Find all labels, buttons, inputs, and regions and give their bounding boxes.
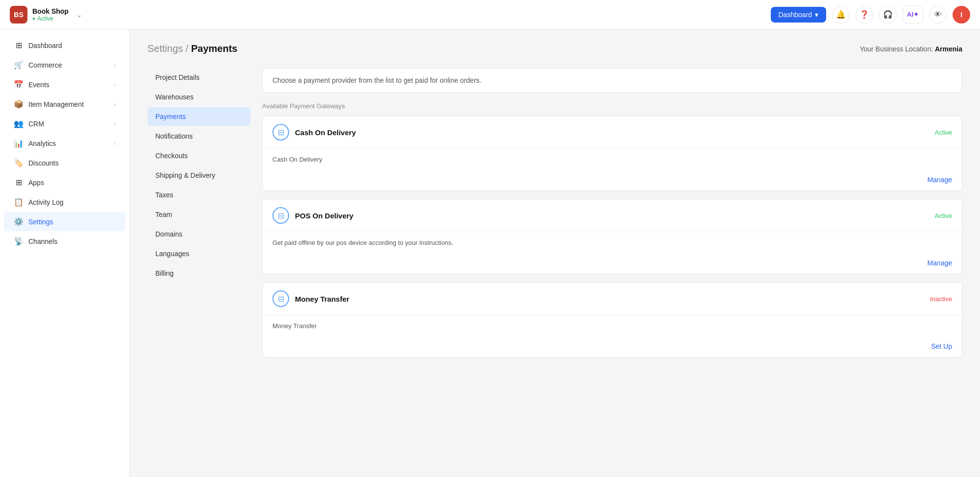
settings-nav-domains[interactable]: Domains <box>147 225 250 243</box>
gateway-header-pos-on-delivery: ⊟ POS On Delivery Active <box>263 199 962 232</box>
main-content: Settings / Payments Your Business Locati… <box>130 29 980 477</box>
gateway-name-pos-on-delivery: POS On Delivery <box>295 212 929 220</box>
sidebar-item-label: Channels <box>28 238 116 245</box>
chevron-icon: › <box>114 62 116 68</box>
gateway-footer-money-transfer: Set Up <box>263 340 962 357</box>
shop-name: Book Shop <box>32 7 69 15</box>
sidebar-item-label: Settings <box>28 218 116 226</box>
gateway-icon-money-transfer: ⊟ <box>272 290 289 307</box>
business-location-value: Armenia <box>935 45 962 53</box>
sidebar-item-settings[interactable]: ⚙️ Settings <box>4 212 125 231</box>
chevron-icon: › <box>114 141 116 146</box>
apps-icon: ⊞ <box>14 178 24 187</box>
gateway-card-money-transfer: ⊟ Money Transfer Inactive Money Transfer… <box>262 282 962 358</box>
gateway-body-cash-on-delivery: Cash On Delivery <box>263 149 962 174</box>
analytics-icon: 📊 <box>14 139 24 148</box>
sidebar-item-label: Activity Log <box>28 198 116 206</box>
commerce-icon: 🛒 <box>14 60 24 70</box>
breadcrumb-main: Payments <box>191 43 238 54</box>
page-header: Settings / Payments Your Business Locati… <box>147 43 962 54</box>
sidebar: ⊞ Dashboard 🛒 Commerce › 📅 Events › 📦 It… <box>0 29 130 477</box>
shop-info: Book Shop Active <box>32 7 69 22</box>
sidebar-collapse-icon[interactable]: ⌄ <box>76 11 82 19</box>
preview-icon-button[interactable]: 👁 <box>929 6 947 24</box>
notifications-icon-button[interactable]: 🔔 <box>832 6 850 24</box>
gateway-header-money-transfer: ⊟ Money Transfer Inactive <box>263 283 962 315</box>
breadcrumb-prefix: Settings / <box>147 43 191 54</box>
gateway-card-pos-on-delivery: ⊟ POS On Delivery Active Get paid offlin… <box>262 199 962 274</box>
settings-nav-taxes[interactable]: Taxes <box>147 186 250 204</box>
sidebar-item-label: Apps <box>28 179 116 187</box>
content-panel: Choose a payment provider from the list … <box>262 68 962 365</box>
user-avatar-button[interactable]: I <box>953 6 970 24</box>
sidebar-item-label: Commerce <box>28 61 109 69</box>
dashboard-button[interactable]: Dashboard ▾ <box>771 7 827 23</box>
gateway-header-cash-on-delivery: ⊟ Cash On Delivery Active <box>263 116 962 149</box>
gateway-status-money-transfer: Inactive <box>930 295 952 303</box>
sidebar-item-label: Analytics <box>28 140 109 147</box>
sidebar-item-label: Discounts <box>28 159 116 167</box>
sidebar-item-activity-log[interactable]: 📋 Activity Log <box>4 192 125 212</box>
settings-nav-checkouts[interactable]: Checkouts <box>147 146 250 165</box>
sidebar-item-commerce[interactable]: 🛒 Commerce › <box>4 55 125 74</box>
gateway-desc-money-transfer: Money Transfer <box>272 322 952 330</box>
gateway-name-money-transfer: Money Transfer <box>295 295 924 303</box>
sidebar-item-channels[interactable]: 📡 Channels <box>4 232 125 251</box>
section-label: Available Payment Gateways <box>262 102 962 110</box>
sidebar-item-apps[interactable]: ⊞ Apps <box>4 173 125 192</box>
business-location-label: Your Business Location: <box>859 45 933 53</box>
gateway-action-cash-on-delivery[interactable]: Manage <box>927 176 952 184</box>
gateway-footer-pos-on-delivery: Manage <box>263 257 962 274</box>
gateway-desc-cash-on-delivery: Cash On Delivery <box>272 156 952 163</box>
settings-nav-project-details[interactable]: Project Details <box>147 68 250 87</box>
breadcrumb: Settings / Payments <box>147 43 237 54</box>
shop-status: Active <box>32 15 69 22</box>
settings-nav-team[interactable]: Team <box>147 205 250 224</box>
sidebar-item-label: Item Management <box>28 100 109 108</box>
business-location: Your Business Location: Armenia <box>859 45 962 53</box>
settings-nav-billing[interactable]: Billing <box>147 264 250 283</box>
activity-log-icon: 📋 <box>14 197 24 207</box>
settings-layout: Project DetailsWarehousesPaymentsNotific… <box>147 68 962 365</box>
gateway-action-pos-on-delivery[interactable]: Manage <box>927 259 952 267</box>
sidebar-item-discounts[interactable]: 🏷️ Discounts <box>4 153 125 172</box>
headset-icon-button[interactable]: 🎧 <box>879 6 897 24</box>
sidebar-item-analytics[interactable]: 📊 Analytics › <box>4 134 125 153</box>
settings-nav-payments[interactable]: Payments <box>147 107 250 126</box>
sidebar-item-events[interactable]: 📅 Events › <box>4 75 125 94</box>
logo-area: BS Book Shop Active ⌄ <box>10 6 137 24</box>
nav-right: Dashboard ▾ 🔔 ❓ 🎧 AI✦ 👁 I <box>771 6 971 24</box>
settings-nav-warehouses[interactable]: Warehouses <box>147 88 250 106</box>
settings-nav-shipping[interactable]: Shipping & Delivery <box>147 166 250 185</box>
gateways-container: ⊟ Cash On Delivery Active Cash On Delive… <box>262 116 962 358</box>
gateway-body-pos-on-delivery: Get paid offline by our pos device accor… <box>263 232 962 257</box>
gateway-status-cash-on-delivery: Active <box>935 129 952 136</box>
gateway-footer-cash-on-delivery: Manage <box>263 174 962 191</box>
chevron-icon: › <box>114 82 116 88</box>
discounts-icon: 🏷️ <box>14 158 24 167</box>
gateway-icon-cash-on-delivery: ⊟ <box>272 124 289 141</box>
sidebar-item-label: Dashboard <box>28 42 116 49</box>
dashboard-icon: ⊞ <box>14 41 24 50</box>
info-banner: Choose a payment provider from the list … <box>262 68 962 93</box>
settings-icon: ⚙️ <box>14 217 24 226</box>
ai-button[interactable]: AI✦ <box>903 6 923 24</box>
chevron-icon: › <box>114 121 116 127</box>
gateway-icon-pos-on-delivery: ⊟ <box>272 207 289 224</box>
sidebar-item-item-management[interactable]: 📦 Item Management › <box>4 95 125 114</box>
gateway-desc-pos-on-delivery: Get paid offline by our pos device accor… <box>272 239 952 246</box>
gateway-action-money-transfer[interactable]: Set Up <box>931 342 952 350</box>
item-management-icon: 📦 <box>14 99 24 109</box>
settings-nav: Project DetailsWarehousesPaymentsNotific… <box>147 68 250 365</box>
gateway-card-cash-on-delivery: ⊟ Cash On Delivery Active Cash On Delive… <box>262 116 962 191</box>
sidebar-item-crm[interactable]: 👥 CRM › <box>4 114 125 133</box>
events-icon: 📅 <box>14 80 24 89</box>
settings-nav-languages[interactable]: Languages <box>147 244 250 263</box>
crm-icon: 👥 <box>14 119 24 128</box>
settings-nav-notifications[interactable]: Notifications <box>147 127 250 145</box>
gateway-body-money-transfer: Money Transfer <box>263 315 962 340</box>
help-icon-button[interactable]: ❓ <box>856 6 873 24</box>
sidebar-item-label: Events <box>28 81 109 89</box>
sidebar-item-dashboard[interactable]: ⊞ Dashboard <box>4 36 125 55</box>
main-layout: ⊞ Dashboard 🛒 Commerce › 📅 Events › 📦 It… <box>0 29 980 477</box>
